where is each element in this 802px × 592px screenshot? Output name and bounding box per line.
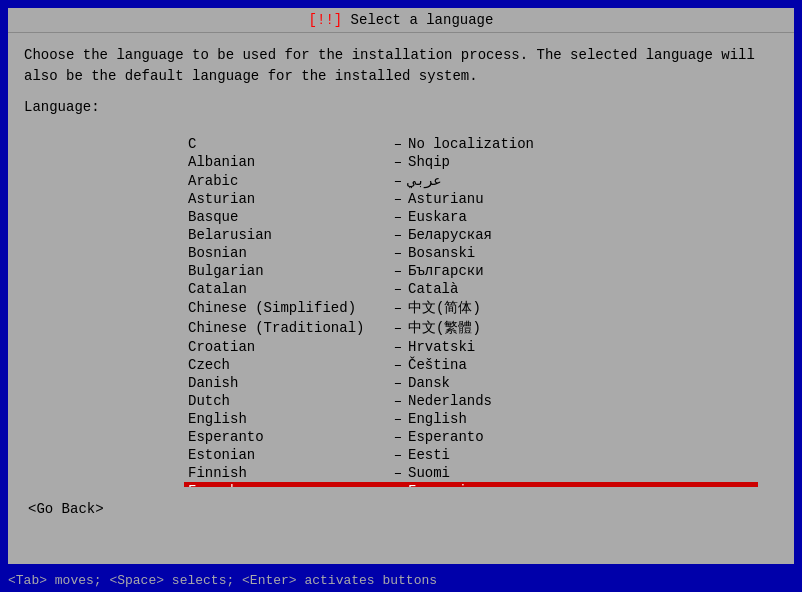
language-list-item[interactable]: Esperanto–Esperanto: [184, 428, 758, 446]
language-list-item[interactable]: Albanian–Shqip: [184, 153, 758, 171]
language-native-name: Esperanto: [408, 429, 484, 445]
language-dash: –: [388, 375, 408, 391]
language-native-name: Беларуская: [408, 227, 492, 243]
language-name: Croatian: [188, 339, 388, 355]
language-list-item[interactable]: Chinese (Simplified)–中文(简体): [184, 298, 758, 318]
language-list-item[interactable]: Chinese (Traditional)–中文(繁體): [184, 318, 758, 338]
language-native-name: Asturianu: [408, 191, 484, 207]
language-name: Belarusian: [188, 227, 388, 243]
language-name: Czech: [188, 357, 388, 373]
language-native-name: No localization: [408, 136, 534, 152]
language-name: Danish: [188, 375, 388, 391]
language-dash: –: [388, 245, 408, 261]
language-native-name: Čeština: [408, 357, 467, 373]
language-dash: –: [388, 263, 408, 279]
language-dash: –: [388, 483, 408, 487]
language-name: Chinese (Traditional): [188, 320, 388, 336]
language-list-item[interactable]: Bosnian–Bosanski: [184, 244, 758, 262]
title-bar: [!!] Select a language: [8, 8, 794, 33]
language-dash: –: [388, 320, 408, 336]
language-dash: –: [388, 209, 408, 225]
language-native-name: Български: [408, 263, 484, 279]
language-name: Bulgarian: [188, 263, 388, 279]
language-name: Albanian: [188, 154, 388, 170]
language-native-name: 中文(繁體): [408, 319, 481, 337]
language-dash: –: [388, 173, 408, 189]
language-list-item[interactable]: English–English: [184, 410, 758, 428]
language-dash: –: [388, 300, 408, 316]
title-prefix: [!!]: [309, 12, 343, 28]
language-list-item[interactable]: C–No localization: [184, 135, 758, 153]
language-native-name: Dansk: [408, 375, 450, 391]
language-list: C–No localizationAlbanian–ShqipArabic–عر…: [184, 135, 758, 487]
language-dash: –: [388, 411, 408, 427]
language-list-item[interactable]: Asturian–Asturianu: [184, 190, 758, 208]
language-name: Estonian: [188, 447, 388, 463]
language-name: Bosnian: [188, 245, 388, 261]
language-list-item[interactable]: Basque–Euskara: [184, 208, 758, 226]
language-name: Chinese (Simplified): [188, 300, 388, 316]
language-list-item[interactable]: Croatian–Hrvatski: [184, 338, 758, 356]
language-native-name: Suomi: [408, 465, 450, 481]
language-name: C: [188, 136, 388, 152]
language-name: English: [188, 411, 388, 427]
language-dash: –: [388, 339, 408, 355]
language-dash: –: [388, 154, 408, 170]
description-text: Choose the language to be used for the i…: [24, 45, 778, 87]
language-list-item[interactable]: Czech–Čeština: [184, 356, 758, 374]
language-native-name: Hrvatski: [408, 339, 475, 355]
main-window: [!!] Select a language Choose the langua…: [8, 8, 794, 564]
language-dash: –: [388, 429, 408, 445]
title-text: Select a language: [351, 12, 494, 28]
language-native-name: Euskara: [408, 209, 467, 225]
language-native-name: Català: [408, 281, 458, 297]
language-list-item[interactable]: Danish–Dansk: [184, 374, 758, 392]
language-list-item[interactable]: Catalan–Català: [184, 280, 758, 298]
language-list-item[interactable]: Dutch–Nederlands: [184, 392, 758, 410]
language-name: Finnish: [188, 465, 388, 481]
language-list-item[interactable]: Finnish–Suomi: [184, 464, 758, 482]
language-dash: –: [388, 393, 408, 409]
language-dash: –: [388, 357, 408, 373]
language-dash: –: [388, 447, 408, 463]
language-name: Dutch: [188, 393, 388, 409]
language-name: Basque: [188, 209, 388, 225]
status-bar: <Tab> moves; <Space> selects; <Enter> ac…: [0, 568, 802, 592]
language-dash: –: [388, 191, 408, 207]
language-list-item[interactable]: Bulgarian–Български: [184, 262, 758, 280]
language-native-name: 中文(简体): [408, 299, 481, 317]
language-native-name: Bosanski: [408, 245, 475, 261]
language-name: Catalan: [188, 281, 388, 297]
language-native-name: Shqip: [408, 154, 450, 170]
language-list-item[interactable]: Belarusian–Беларуская: [184, 226, 758, 244]
language-dash: –: [388, 227, 408, 243]
language-native-name: Nederlands: [408, 393, 492, 409]
go-back-button[interactable]: <Go Back>: [24, 499, 108, 519]
language-list-item[interactable]: French–Français: [184, 482, 758, 487]
language-name: Arabic: [188, 173, 388, 189]
language-native-name: عربي: [408, 172, 442, 189]
language-list-item[interactable]: Arabic–عربي: [184, 171, 758, 190]
language-native-name: Eesti: [408, 447, 450, 463]
language-list-item[interactable]: Estonian–Eesti: [184, 446, 758, 464]
language-native-name: English: [408, 411, 467, 427]
language-dash: –: [388, 465, 408, 481]
language-name: French: [188, 483, 388, 487]
language-name: Esperanto: [188, 429, 388, 445]
language-native-name: Français: [408, 483, 475, 487]
language-dash: –: [388, 281, 408, 297]
language-name: Asturian: [188, 191, 388, 207]
language-dash: –: [388, 136, 408, 152]
language-label: Language:: [24, 99, 778, 115]
